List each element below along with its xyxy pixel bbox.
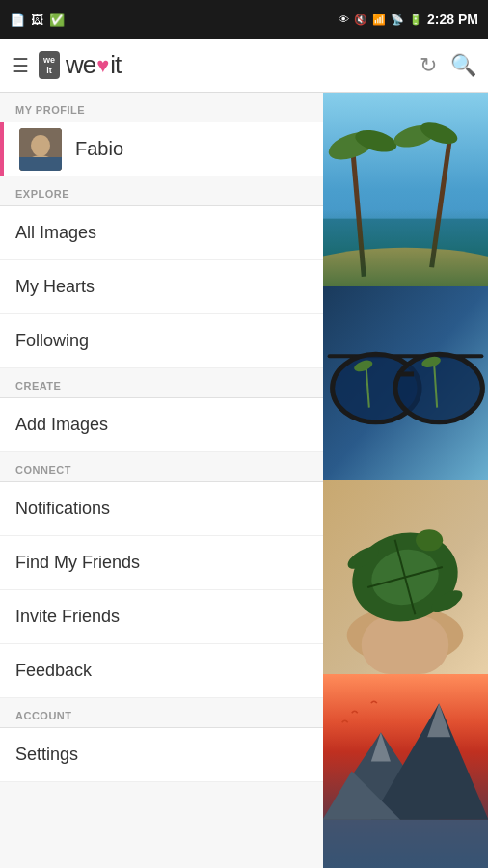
status-icons-left: 📄 🖼 ✅ [10,13,65,27]
sidebar-item-following[interactable]: Following [0,314,323,368]
file-icon: 📄 [10,13,25,27]
svg-point-1 [31,135,50,156]
find-friends-label: Find My Friends [15,553,140,573]
svg-point-29 [416,529,443,551]
status-bar: 📄 🖼 ✅ 👁 🔇 📶 📡 🔋 2:28 PM [0,0,488,39]
avatar-image [19,128,62,171]
all-images-label: All Images [15,223,96,243]
section-header-account: ACCOUNT [0,698,323,727]
sidebar-item-settings[interactable]: Settings [0,728,323,782]
app-bar: ☰ we it we ♥ it ↻ 🔍 [0,39,488,93]
sidebar-item-my-hearts[interactable]: My Hearts [0,260,323,314]
svg-rect-4 [323,93,488,286]
wifi-icon: 📶 [372,14,386,26]
svg-rect-17 [397,371,414,376]
logo-we: we [43,55,55,65]
section-header-my-profile: MY PROFILE [0,93,323,122]
battery-icon: 🔋 [409,14,422,26]
svg-point-6 [323,248,488,286]
sidebar-item-all-images[interactable]: All Images [0,206,323,260]
svg-rect-24 [362,616,448,674]
sidebar-item-find-friends[interactable]: Find My Friends [0,536,323,590]
invite-friends-label: Invite Friends [15,607,120,627]
refresh-button[interactable]: ↻ [420,53,437,78]
feedback-label: Feedback [15,661,92,681]
section-header-explore: EXPLORE [0,176,323,205]
avatar [19,128,62,171]
my-hearts-label: My Hearts [15,277,95,297]
image-tile-beach [323,93,488,286]
mute-icon: 🔇 [354,14,367,26]
profile-name: Fabio [75,138,123,160]
logo-box: we it [39,51,60,80]
svg-rect-5 [323,219,488,286]
sidebar-item-feedback[interactable]: Feedback [0,644,323,698]
image-tile-turtle [323,480,488,674]
image-tile-sunglasses [323,286,488,480]
app-bar-actions: ↻ 🔍 [420,53,476,78]
eye-icon: 👁 [339,14,349,25]
status-icons-right: 👁 🔇 📶 📡 🔋 2:28 PM [339,12,478,27]
sidebar: MY PROFILE Fabio EXPLORE All Images [0,93,323,868]
app-logo: we it we ♥ it [39,50,420,80]
section-header-create: CREATE [0,368,323,397]
logo-it: it [46,66,52,75]
section-header-connect: CONNECT [0,452,323,481]
signal-icon: 📡 [391,14,404,26]
logo-main-it: it [110,50,121,80]
search-button[interactable]: 🔍 [450,53,476,78]
sidebar-item-add-images[interactable]: Add Images [0,398,323,452]
logo-main-we: we [66,50,95,80]
svg-rect-33 [323,820,488,868]
status-time: 2:28 PM [427,12,478,27]
sidebar-item-profile[interactable]: Fabio [0,122,323,176]
logo-heart: ♥ [96,53,109,78]
svg-rect-3 [19,157,62,171]
sidebar-item-invite-friends[interactable]: Invite Friends [0,590,323,644]
settings-label: Settings [15,745,78,765]
image-panel [323,93,488,868]
image-tile-mountains [323,674,488,868]
image-icon: 🖼 [31,13,43,27]
task-icon: ✅ [49,13,65,27]
add-images-label: Add Images [15,415,108,435]
menu-icon[interactable]: ☰ [12,54,29,77]
following-label: Following [15,331,89,351]
sidebar-item-notifications[interactable]: Notifications [0,482,323,536]
main-layout: MY PROFILE Fabio EXPLORE All Images [0,93,488,868]
svg-point-16 [395,354,482,421]
notifications-label: Notifications [15,499,110,519]
